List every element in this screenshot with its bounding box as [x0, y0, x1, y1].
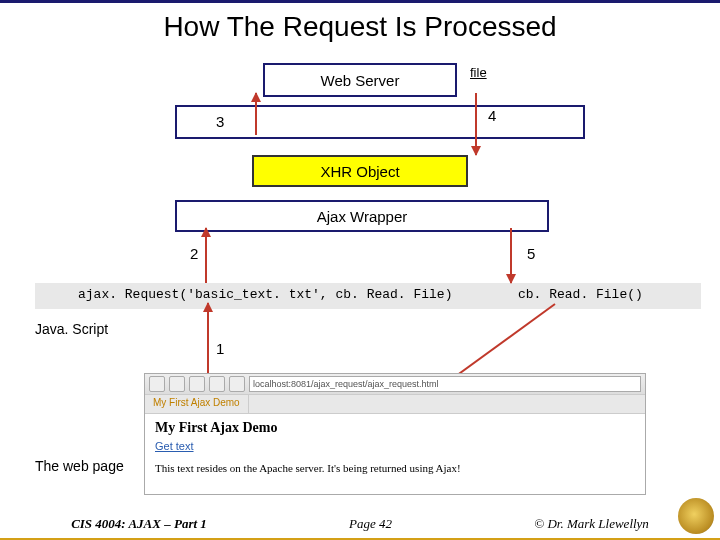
stop-button[interactable] — [209, 376, 225, 392]
footer-center: Page 42 — [349, 516, 392, 532]
xhr-object-label: XHR Object — [320, 163, 399, 180]
web-server-box: Web Server — [263, 63, 457, 97]
arrow-5 — [510, 228, 512, 283]
code-right: cb. Read. File() — [510, 283, 651, 306]
step-2: 2 — [190, 245, 198, 262]
browser-tabbar: My First Ajax Demo — [145, 395, 645, 414]
ajax-wrapper-box: Ajax Wrapper — [175, 200, 549, 232]
step-4: 4 — [488, 107, 496, 124]
code-left: ajax. Request('basic_text. txt', cb. Rea… — [70, 283, 460, 306]
step-1: 1 — [216, 340, 224, 357]
webpage-label: The web page — [35, 458, 124, 474]
step-5: 5 — [527, 245, 535, 262]
file-label: file — [470, 65, 487, 80]
footer-left: CIS 4004: AJAX – Part 1 — [71, 516, 207, 532]
browser-page: My First Ajax Demo Get text This text re… — [145, 414, 645, 495]
ajax-wrapper-label: Ajax Wrapper — [317, 208, 408, 225]
reload-button[interactable] — [189, 376, 205, 392]
address-bar[interactable]: localhost:8081/ajax_request/ajax_request… — [249, 376, 641, 392]
browser-window: localhost:8081/ajax_request/ajax_request… — [144, 373, 646, 495]
arrow-4 — [475, 93, 477, 155]
web-server-label: Web Server — [321, 72, 400, 89]
browser-toolbar: localhost:8081/ajax_request/ajax_request… — [145, 374, 645, 395]
get-text-link[interactable]: Get text — [155, 440, 194, 452]
step-3: 3 — [216, 113, 224, 130]
footer-right: © Dr. Mark Llewellyn — [534, 516, 649, 532]
forward-button[interactable] — [169, 376, 185, 392]
home-button[interactable] — [229, 376, 245, 392]
back-button[interactable] — [149, 376, 165, 392]
page-heading: My First Ajax Demo — [155, 420, 635, 436]
arrow-3 — [255, 93, 257, 135]
slide-footer: CIS 4004: AJAX – Part 1 Page 42 © Dr. Ma… — [0, 516, 720, 532]
page-body-text: This text resides on the Apache server. … — [155, 462, 635, 474]
ajax-wrapper-top-box — [175, 105, 585, 139]
xhr-object-box: XHR Object — [252, 155, 468, 187]
browser-tab[interactable]: My First Ajax Demo — [145, 395, 249, 413]
javascript-label: Java. Script — [35, 321, 108, 337]
arrow-2 — [205, 228, 207, 283]
slide-title: How The Request Is Processed — [0, 11, 720, 43]
ucf-logo-icon — [678, 498, 714, 534]
